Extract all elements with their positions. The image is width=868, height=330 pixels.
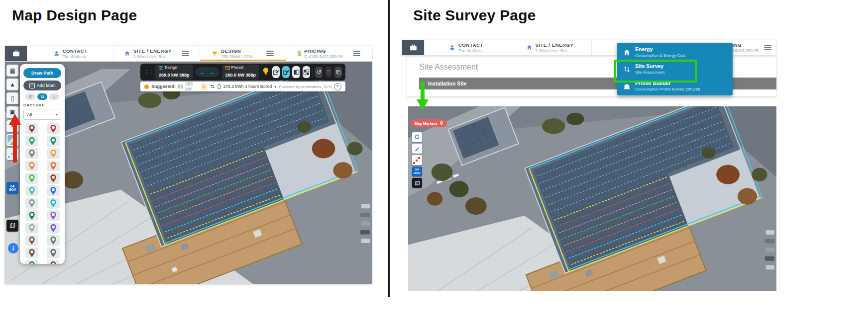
battery-icon bbox=[217, 83, 221, 89]
suggested-label: Suggested: bbox=[151, 84, 176, 89]
next-arrow-icon: → bbox=[210, 69, 215, 75]
size-s-pill[interactable]: S bbox=[25, 93, 35, 100]
pen-tool-icon[interactable] bbox=[412, 144, 422, 154]
copy-button[interactable] bbox=[334, 67, 342, 78]
map-marker-pin[interactable] bbox=[47, 148, 60, 159]
contact-label: CONTACT bbox=[63, 48, 88, 54]
design-label: DESIGN bbox=[221, 48, 256, 54]
map-marker-pin[interactable] bbox=[25, 198, 38, 209]
design-toolbar: ⋮⋮ Design 260.0 kW 388p ←→ Placed 260.0 … bbox=[140, 64, 345, 81]
google-logo-icon[interactable]: G bbox=[412, 132, 422, 142]
renewables-text: Powered by renewables: 51% bbox=[279, 84, 331, 89]
map-marker-pin[interactable] bbox=[25, 210, 38, 221]
map-marker-pin[interactable] bbox=[47, 248, 60, 258]
draw-polygon-tool-button[interactable] bbox=[282, 66, 290, 78]
nav-site-energy[interactable]: SITE / ENERGY 1 Wood Ave, Bro... bbox=[508, 40, 591, 55]
design-menu-icon[interactable] bbox=[266, 51, 274, 56]
map-marker-pin[interactable] bbox=[25, 223, 38, 234]
home-icon bbox=[526, 44, 533, 51]
nav-contact[interactable]: CONTACT Tim Wattson bbox=[27, 46, 113, 61]
map-marker-pin[interactable] bbox=[47, 260, 60, 264]
delete-button[interactable] bbox=[325, 67, 332, 78]
map-marker-pin[interactable] bbox=[47, 173, 60, 184]
site-survey-screenshot: CONTACT Tim Wattson SITE / ENERGY 1 Wood… bbox=[402, 40, 776, 291]
nav-contact[interactable]: CONTACT Tim Wattson bbox=[424, 40, 508, 55]
nav-pricing[interactable]: $ PRICING Q.4169 $423,350.98 bbox=[286, 46, 372, 61]
lightbulb-icon[interactable] bbox=[263, 67, 269, 77]
menu-item-site-survey[interactable]: Site SurveySite Assessment bbox=[617, 61, 733, 78]
map-marker-pin[interactable] bbox=[47, 235, 60, 246]
map-marker-pin[interactable] bbox=[25, 136, 38, 147]
briefcase-icon[interactable] bbox=[402, 40, 424, 55]
map-markers-badge[interactable]: Map Markers bbox=[411, 119, 447, 127]
refresh-icon[interactable]: ↻ bbox=[201, 83, 208, 90]
briefcase-icon[interactable] bbox=[5, 46, 27, 61]
design-kw-chip: Design 260.0 kW 388p bbox=[155, 65, 193, 80]
text-tool-icon: T bbox=[29, 83, 35, 88]
site-menu-icon[interactable] bbox=[182, 51, 189, 56]
draw-rect-tool-button[interactable] bbox=[272, 66, 280, 78]
fill-panels-tool-button[interactable] bbox=[292, 66, 300, 78]
pricing-label: PRICING bbox=[304, 48, 343, 54]
path-tool-icon[interactable] bbox=[412, 155, 422, 165]
survey-map[interactable]: Map Markers G SAGOV bbox=[408, 106, 776, 291]
map-marker-pin[interactable] bbox=[47, 161, 60, 171]
map-marker-pin[interactable] bbox=[25, 161, 38, 171]
design-tool-icon[interactable]: ▦ bbox=[6, 65, 18, 77]
map-marker-pin[interactable] bbox=[47, 136, 60, 147]
home-icon bbox=[623, 49, 631, 56]
grid-panels-tool-button[interactable] bbox=[303, 66, 310, 78]
toolbar-separator bbox=[313, 67, 313, 77]
drag-handle-icon[interactable]: ⋮⋮ bbox=[144, 69, 153, 76]
map-marker-pin[interactable] bbox=[25, 123, 38, 134]
map-marker-pin[interactable] bbox=[47, 198, 60, 209]
terrain-tool-icon[interactable]: ▲ bbox=[6, 79, 18, 90]
nav-design[interactable]: DESIGN 259.96kW | 229k... bbox=[200, 46, 286, 61]
dropdown-caret-icon[interactable]: ▾ bbox=[274, 84, 276, 89]
map-marker-pin[interactable] bbox=[25, 248, 38, 258]
menu-item-profile-builder[interactable]: Profile BuilderConsumption Profile Build… bbox=[617, 78, 733, 94]
panel-icon bbox=[159, 66, 163, 70]
person-icon bbox=[53, 50, 60, 57]
map-marker-pin[interactable] bbox=[47, 123, 60, 134]
menu-item-energy[interactable]: EnergyConsumption & Energy Cost bbox=[617, 44, 733, 61]
map-marker-pin[interactable] bbox=[25, 148, 38, 159]
undo-button[interactable]: ↺ bbox=[315, 67, 323, 78]
pricing-menu-icon[interactable] bbox=[764, 45, 771, 50]
suggested-bar: Suggested: 285 kW ↻ 275.2 kWh 4 hours st… bbox=[140, 82, 345, 91]
sa-gov-icon[interactable]: SAGOV bbox=[6, 182, 18, 194]
draw-path-button[interactable]: Draw Path bbox=[23, 68, 61, 78]
map-marker-pin[interactable] bbox=[25, 235, 38, 246]
map-marker-pin[interactable] bbox=[47, 210, 60, 221]
route-icon bbox=[623, 66, 631, 73]
design-map[interactable]: ⋮⋮ Design 260.0 kW 388p ←→ Placed 260.0 … bbox=[5, 62, 372, 284]
sliders-icon[interactable] bbox=[210, 83, 215, 89]
dollar-icon: $ bbox=[298, 50, 301, 57]
aerial-imagery bbox=[408, 106, 776, 291]
map-marker-pin[interactable] bbox=[47, 223, 60, 234]
map-fold-icon[interactable] bbox=[412, 178, 422, 188]
placed-kw-value: 260.0 kW 388p bbox=[225, 73, 256, 78]
design-value: 259.96kW | 229k... bbox=[221, 54, 256, 59]
pricing-menu-icon[interactable] bbox=[353, 51, 360, 56]
design-kw-value: 260.0 kW 388p bbox=[159, 73, 190, 78]
add-label-button[interactable]: TAdd label bbox=[23, 81, 61, 90]
suggested-dot-icon bbox=[144, 84, 149, 89]
map-marker-pin[interactable] bbox=[47, 185, 60, 196]
capture-filter-select[interactable]: All▾ bbox=[23, 109, 61, 120]
info-icon[interactable]: i bbox=[8, 243, 18, 253]
nav-site-energy[interactable]: SITE / ENERGY 1 Wood Ave, Bro... bbox=[113, 46, 199, 61]
map-marker-pin[interactable] bbox=[25, 260, 38, 264]
caret-icon: ▾ bbox=[56, 112, 58, 117]
close-icon[interactable]: × bbox=[334, 83, 341, 90]
cycle-design-buttons[interactable]: ←→ bbox=[196, 67, 219, 77]
map-marker-pin[interactable] bbox=[25, 185, 38, 196]
size-l-pill[interactable]: L bbox=[49, 93, 59, 100]
sa-gov-icon[interactable]: SAGOV bbox=[412, 166, 422, 176]
map-fold-icon[interactable] bbox=[6, 220, 18, 232]
comparison-canvas: Map Design Page Site Survey Page CONTACT… bbox=[0, 0, 868, 330]
size-m-pill[interactable]: M bbox=[37, 93, 47, 100]
battery-tool-icon[interactable]: ▯ bbox=[6, 92, 18, 104]
map-marker-pin[interactable] bbox=[25, 173, 38, 184]
contact-value: Tim Wattson bbox=[63, 54, 88, 59]
